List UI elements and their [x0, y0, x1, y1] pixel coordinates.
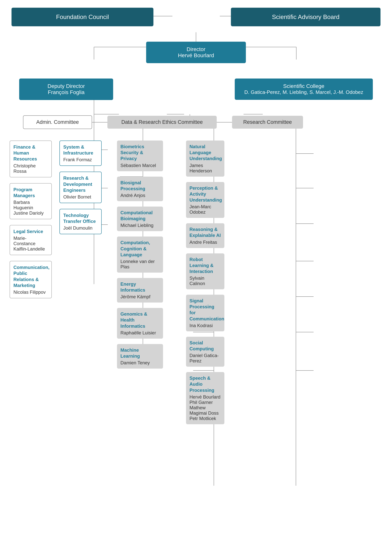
rd-engineers-title: Research &Development Engineers — [63, 175, 98, 193]
director-box: Director Hervé Bourlard — [146, 42, 246, 63]
deputy-director-box: Deputy Director François Foglia — [19, 79, 113, 100]
program-managers-box: Program Managers Barbara Huguenin Justin… — [10, 183, 52, 219]
deputy-director-name: François Foglia — [25, 89, 107, 95]
finance-hr-box: Finance &Human Resources Christophe Ross… — [10, 141, 52, 177]
reasoning-ai-title: Reasoning & Explainable AI — [189, 226, 221, 238]
system-infrastructure-box: System & Infrastructure Frank Formaz — [59, 141, 102, 166]
perception-title: Perception &Activity Understanding — [189, 185, 221, 203]
scientific-advisory-board-box: Scientific Advisory Board — [231, 8, 380, 26]
comp-bioimaging-title: Computational Bioimaging — [120, 210, 160, 221]
legal-service-box: Legal Service Marie-Constance Kaiflin-La… — [10, 225, 52, 255]
machine-learning-title: Machine Learning — [120, 347, 160, 359]
computation-cognition-person: Lonneke van der Plas — [120, 259, 160, 270]
data-research-ethics-box: Data & Research Ethics Committee — [107, 116, 217, 129]
speech-audio-persons: Hervé Bourlard Phil Garner Mathew Magima… — [189, 394, 221, 421]
signal-processing-box: Signal Processing forCommunication Ina K… — [186, 295, 224, 331]
perception-box: Perception &Activity Understanding Jean-… — [186, 182, 224, 218]
nlu-box: Natural Language Understanding James Hen… — [186, 141, 224, 177]
rd-engineers-person: Olivier Bornet — [63, 194, 98, 200]
speech-audio-title: Speech &Audio Processing — [189, 375, 221, 393]
social-computing-title: Social Computing — [189, 340, 221, 352]
legal-service-persons: Marie-Constance Kaiflin-Landelle — [14, 236, 48, 252]
scientific-advisory-board-label: Scientific Advisory Board — [272, 14, 339, 20]
director-name: Hervé Bourlard — [152, 52, 240, 58]
biosignal-box: Biosignal Processing André Anjos — [117, 177, 163, 201]
robot-learning-title: Robot Learning &Interaction — [189, 257, 221, 275]
nlu-person: James Henderson — [189, 163, 221, 173]
tech-transfer-box: Technology Transfer Office Joël Dumoulin — [59, 209, 102, 234]
scientific-college-title: Scientific College — [240, 83, 367, 89]
data-research-ethics-label: Data & Research Ethics Committee — [121, 119, 203, 125]
genomics-box: Genomics &Health Informatics Raphaëlle L… — [117, 308, 163, 339]
scientific-college-box: Scientific College D. Gatica-Perez, M. L… — [235, 79, 373, 100]
comp-bioimaging-box: Computational Bioimaging Michael Lieblin… — [117, 207, 163, 231]
foundation-council-label: Foundation Council — [56, 14, 109, 20]
signal-processing-person: Ina Kodrasi — [189, 323, 221, 328]
genomics-title: Genomics &Health Informatics — [120, 311, 160, 329]
energy-informatics-title: Energy Informatics — [120, 281, 160, 293]
nlu-title: Natural Language Understanding — [189, 143, 221, 162]
social-computing-person: Daniel Gatica-Perez — [189, 353, 221, 364]
reasoning-ai-box: Reasoning & Explainable AI Andre Freitas — [186, 223, 224, 248]
robot-learning-person: Sylvain Calinon — [189, 275, 221, 286]
genomics-person: Raphaëlle Luisier — [120, 330, 160, 336]
admin-committee-box: Admin. Committee — [23, 115, 92, 129]
rd-engineers-box: Research &Development Engineers Olivier … — [59, 172, 102, 203]
perception-person: Jean-Marc Odobez — [189, 204, 221, 215]
social-computing-box: Social Computing Daniel Gatica-Perez — [186, 337, 224, 367]
director-title: Director — [152, 46, 240, 52]
admin-committee-label: Admin. Committee — [36, 119, 79, 125]
program-managers-title: Program Managers — [14, 187, 48, 199]
communication-box: Communication, PublicRelations & Marketi… — [10, 261, 52, 298]
foundation-council-box: Foundation Council — [12, 8, 154, 26]
deputy-director-title: Deputy Director — [25, 83, 107, 89]
tech-transfer-title: Technology Transfer Office — [63, 212, 98, 224]
communication-person: Nicolas Filippov — [14, 290, 48, 295]
legal-service-title: Legal Service — [14, 229, 48, 234]
research-committee-label: Research Committee — [243, 119, 292, 125]
energy-informatics-person: Jérôme Kämpf — [120, 294, 160, 300]
biosignal-person: André Anjos — [120, 193, 160, 198]
biometrics-title: Biometrics Security &Privacy — [120, 143, 160, 162]
machine-learning-person: Damien Teney — [120, 360, 160, 365]
communication-title: Communication, PublicRelations & Marketi… — [14, 264, 48, 288]
energy-informatics-box: Energy Informatics Jérôme Kämpf — [117, 278, 163, 303]
biometrics-person: Sébastien Marcel — [120, 163, 160, 168]
finance-hr-person: Christophe Rossa — [14, 163, 48, 174]
tech-transfer-person: Joël Dumoulin — [63, 225, 98, 231]
finance-hr-title: Finance &Human Resources — [14, 144, 48, 162]
biometrics-box: Biometrics Security &Privacy Sébastien M… — [117, 141, 163, 171]
scientific-college-members: D. Gatica-Perez, M. Liebling, S. Marcel,… — [240, 89, 367, 95]
machine-learning-box: Machine Learning Damien Teney — [117, 344, 163, 369]
reasoning-ai-person: Andre Freitas — [189, 240, 221, 245]
robot-learning-box: Robot Learning &Interaction Sylvain Cali… — [186, 253, 224, 290]
speech-audio-box: Speech &Audio Processing Hervé Bourlard … — [186, 372, 224, 424]
research-committee-box: Research Committee — [232, 116, 303, 129]
biosignal-title: Biosignal Processing — [120, 180, 160, 192]
comp-bioimaging-person: Michael Liebling — [120, 223, 160, 228]
computation-cognition-box: Computation, Cognition &Language Lonneke… — [117, 236, 163, 273]
system-infra-person: Frank Formaz — [63, 157, 98, 162]
signal-processing-title: Signal Processing forCommunication — [189, 298, 221, 322]
computation-cognition-title: Computation, Cognition &Language — [120, 240, 160, 258]
program-managers-persons: Barbara Huguenin Justine Darioly — [14, 200, 48, 216]
system-infra-title: System & Infrastructure — [63, 144, 98, 156]
